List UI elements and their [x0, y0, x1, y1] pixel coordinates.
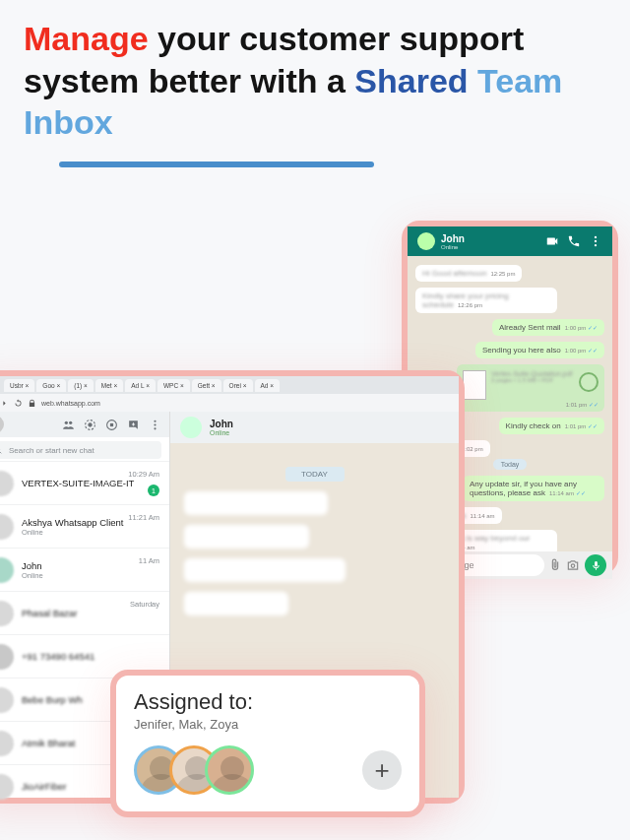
- browser-tab[interactable]: (1) ×: [68, 379, 94, 392]
- chat-time: 10:29 Am: [128, 470, 159, 479]
- reload-icon[interactable]: [14, 399, 23, 408]
- chat-subtitle: Online: [22, 571, 159, 580]
- phone-call-icon[interactable]: [567, 234, 581, 248]
- avatar: [0, 471, 14, 496]
- browser-tab[interactable]: WPC ×: [158, 379, 190, 392]
- assignee-avatar[interactable]: [205, 745, 254, 795]
- chat-list-item[interactable]: Akshya Whatsapp Client Online 11:21 Am: [0, 504, 169, 548]
- browser-address-bar[interactable]: web.whatsapp.com: [0, 394, 459, 412]
- search-icon: [0, 445, 3, 455]
- chat-list-item[interactable]: John Online 11 Am: [0, 548, 169, 591]
- avatar: [0, 644, 14, 670]
- headline-underline: [59, 162, 374, 167]
- message-bubble: Any update sir, if you have any question…: [463, 476, 604, 501]
- avatar: [0, 774, 14, 800]
- attachment-bubble[interactable]: Vertex-Suite-Quotation.pdf2 pages • 1.5 …: [457, 364, 604, 412]
- unread-badge: 1: [148, 485, 159, 496]
- chat-contact-status: Online: [210, 429, 233, 436]
- browser-tab[interactable]: Usbr ×: [4, 379, 34, 392]
- browser-tab[interactable]: Ad L ×: [125, 379, 156, 392]
- headline-manage: Manage: [24, 20, 149, 57]
- svg-point-12: [154, 420, 156, 421]
- chat-time: 11 Am: [139, 556, 159, 565]
- avatar: [417, 232, 435, 250]
- chat-header: John Online: [170, 412, 459, 443]
- svg-point-7: [65, 420, 68, 423]
- chat-name: VERTEX-SUITE-IMAGE-IT: [22, 478, 159, 488]
- forward-icon[interactable]: [0, 399, 9, 408]
- url-text: web.whatsapp.com: [41, 400, 100, 407]
- svg-point-2: [595, 244, 597, 246]
- video-call-icon[interactable]: [545, 234, 559, 248]
- svg-point-8: [69, 420, 72, 423]
- chat-list-item[interactable]: VERTEX-SUITE-IMAGE-IT 10:29 Am 1: [0, 461, 169, 504]
- add-assignee-button[interactable]: +: [362, 750, 402, 790]
- avatar: [0, 601, 14, 626]
- assigned-title: Assigned to:: [134, 689, 402, 715]
- avatar: [0, 514, 14, 540]
- browser-tab[interactable]: Ad ×: [255, 379, 281, 392]
- svg-point-1: [595, 240, 597, 242]
- status-icon[interactable]: [84, 419, 96, 431]
- svg-point-14: [154, 427, 156, 429]
- assigned-card: Assigned to: Jenifer, Mak, Zoya +: [110, 670, 425, 817]
- browser-tab[interactable]: Met ×: [95, 379, 123, 392]
- headline-text: Manage your customer support system bett…: [0, 0, 630, 148]
- sidebar-search: Search or start new chat: [0, 437, 169, 461]
- my-avatar[interactable]: [0, 416, 4, 433]
- message-bubble: Kindly check on1:01 pm ✓✓: [499, 418, 604, 434]
- avatar: [180, 417, 202, 438]
- chat-name: +91 73490 64541: [22, 651, 159, 662]
- browser-tabs: Usbr ×Goo ×(1) ×Met ×Ad L ×WPC ×Gett ×Or…: [0, 376, 459, 394]
- assigned-avatars: +: [134, 745, 402, 795]
- browser-tab[interactable]: Orei ×: [223, 379, 253, 392]
- avatar: [0, 687, 14, 713]
- chat-name: Phasal Bazar: [22, 608, 159, 618]
- contact-name: John: [441, 233, 537, 244]
- assigned-names: Jenifer, Mak, Zoya: [134, 717, 402, 732]
- chat-contact-name: John: [210, 419, 233, 429]
- sidebar-header: [0, 412, 169, 437]
- more-icon[interactable]: [589, 234, 602, 248]
- chat-list-item[interactable]: Phasal Bazar Saturday: [0, 591, 169, 634]
- communities-icon[interactable]: [62, 419, 75, 431]
- svg-point-10: [88, 422, 92, 426]
- channels-icon[interactable]: [105, 419, 118, 431]
- headline-shared: Shared: [354, 62, 468, 99]
- attach-icon[interactable]: [548, 558, 562, 572]
- message-bubble: Already Sent mail1:00 pm ✓✓: [492, 319, 604, 336]
- day-label: TODAY: [285, 467, 345, 482]
- voice-send-button[interactable]: [585, 554, 606, 576]
- browser-tab[interactable]: Goo ×: [36, 379, 66, 392]
- contact-status: Online: [441, 244, 537, 250]
- lock-icon: [28, 399, 36, 408]
- avatar: [0, 557, 14, 583]
- chat-subtitle: Online: [22, 528, 159, 537]
- svg-point-0: [595, 236, 597, 238]
- svg-point-6: [571, 564, 575, 568]
- download-icon[interactable]: [579, 372, 598, 392]
- message-bubble: Kindly share your pricing schedule12:26 …: [415, 288, 557, 313]
- svg-point-13: [154, 423, 156, 425]
- avatar: [0, 731, 14, 756]
- mic-icon: [591, 560, 601, 571]
- browser-tab[interactable]: Gett ×: [192, 379, 221, 392]
- menu-icon[interactable]: [149, 419, 161, 431]
- message-bubble: Sending you here also1:00 pm ✓✓: [475, 342, 604, 358]
- search-input[interactable]: Search or start new chat: [0, 441, 161, 459]
- camera-icon[interactable]: [566, 558, 580, 572]
- chat-time: Saturday: [130, 600, 159, 609]
- phone-header: John Online: [408, 226, 612, 256]
- chat-time: 11:21 Am: [128, 513, 159, 522]
- message-bubble: Hi Good afternoon12:25 pm: [415, 265, 522, 282]
- new-chat-icon[interactable]: [127, 419, 140, 431]
